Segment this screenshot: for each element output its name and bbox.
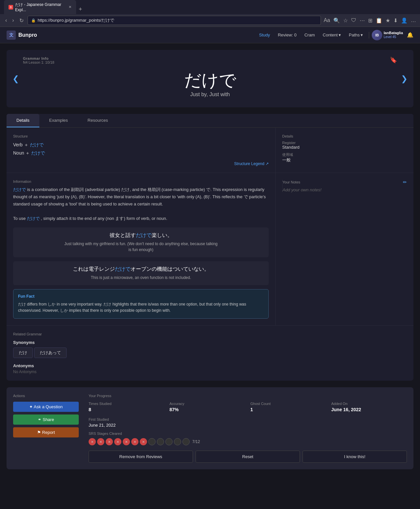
info-text-3: , simply attach it to the end of any (no… (41, 216, 167, 221)
srs-stage-10 (165, 438, 173, 445)
paths-dropdown[interactable]: Paths ▾ (346, 31, 366, 39)
review-link[interactable]: Review: 0 (275, 31, 300, 39)
structure-legend-link[interactable]: Structure Legend ↗ (13, 161, 269, 166)
active-tab[interactable]: B だけ - Japanese Grammar Expl... ✕ (4, 0, 76, 14)
tabs-bar: Details Examples Resources (7, 114, 413, 128)
content-dropdown[interactable]: Content ▾ (320, 31, 345, 39)
info-highlight-1[interactable]: だけで (13, 187, 26, 192)
progress-action-buttons: Remove from Reviews Reset I know this! (89, 451, 407, 463)
favorites-icon[interactable]: ★ (386, 17, 390, 24)
page-content: ❮ Grammar Info N4 Lesson 1: 10/18 🔖 だけで … (0, 43, 420, 509)
prev-grammar-button[interactable]: ❮ (10, 72, 22, 86)
edit-notes-icon[interactable]: ✏ (403, 180, 407, 185)
structure-link-1[interactable]: だけで (30, 142, 44, 147)
paths-chevron-icon: ▾ (361, 32, 363, 37)
srs-stage-12 (182, 438, 190, 445)
related-grammar-title: Related Grammar (13, 332, 407, 336)
content-chevron-icon: ▾ (339, 32, 341, 37)
example-box-2: これは電子レンジだけでオーブンの機能はついていない。 This is just … (13, 261, 269, 285)
details-section: Register Standard 使用域 一般 (282, 141, 407, 163)
notes-label: Your Notes (283, 180, 300, 184)
ask-question-button[interactable]: ✦ Ask a Question (13, 402, 79, 412)
tab-resources[interactable]: Resources (78, 114, 118, 127)
example-highlight-2: だけで (115, 266, 131, 272)
new-tab-button[interactable]: + (76, 5, 85, 13)
structure-link-2[interactable]: だけで (31, 150, 45, 156)
download-icon[interactable]: ⬇ (393, 17, 398, 24)
example-jp-1: 彼女と話すだけで楽しい。 (18, 232, 264, 239)
structure-line-2: Noun ＋ だけで (13, 149, 269, 157)
app-navbar: 文 Bunpro Study Review: 0 Cram Content ▾ … (0, 27, 420, 43)
remove-from-reviews-button[interactable]: Remove from Reviews (89, 451, 193, 463)
profile-icon[interactable]: 👤 (401, 17, 408, 24)
next-grammar-button[interactable]: ❯ (398, 72, 410, 86)
srs-stage-11 (174, 438, 181, 445)
information-text: だけで is a combination of the 副助詞 (adverbi… (13, 186, 269, 222)
username: IanBataglia (384, 31, 403, 35)
register-label: Register (282, 141, 407, 145)
collection-icon[interactable]: 📋 (376, 17, 382, 24)
user-avatar[interactable]: IB (372, 30, 382, 40)
info-text-2: To use (13, 216, 27, 221)
notes-header: Your Notes ✏ (283, 180, 407, 185)
synonym-chip-2[interactable]: だけあって (34, 348, 67, 358)
structure-col: Structure Verb ＋ だけで Noun ＋ だけで Structur… (7, 128, 276, 172)
menu-icon[interactable]: ⋯ (360, 17, 365, 24)
shield-icon[interactable]: 🛡 (351, 17, 356, 23)
tab-examples[interactable]: Examples (39, 114, 78, 127)
tab-favicon: B (9, 5, 13, 10)
star-icon[interactable]: ☆ (343, 17, 348, 24)
bell-icon[interactable]: 🔔 (407, 32, 413, 38)
cram-link[interactable]: Cram (301, 31, 318, 39)
url-box[interactable]: 🔒 https://bunpro.jp/grammar_points/だけで (28, 16, 321, 25)
tab-bar: B だけ - Japanese Grammar Expl... ✕ + (0, 0, 420, 14)
study-link[interactable]: Study (256, 31, 273, 39)
no-antonyms: No Antonyms (13, 370, 407, 374)
information-notes-row: Information だけで is a combination of the … (7, 173, 413, 326)
close-tab-icon[interactable]: ✕ (69, 5, 72, 9)
more-icon[interactable]: … (411, 17, 416, 23)
forward-button[interactable]: › (11, 17, 15, 24)
times-studied-stat: Times Studied 8 (89, 402, 164, 412)
synonym-chip-1[interactable]: だけ (13, 348, 33, 358)
srs-stage-6: ✕ (131, 438, 138, 445)
i-know-this-button[interactable]: I know this! (303, 451, 407, 463)
report-button[interactable]: ⚑ Report (13, 427, 79, 437)
refresh-button[interactable]: ↻ (18, 17, 25, 24)
info-text-1: is a combination of the 副助詞 (adverbial p… (13, 187, 266, 206)
example-box-1: 彼女と話すだけで楽しい。 Just talking with my girlfr… (13, 227, 269, 257)
actions-title: Actions (13, 394, 79, 398)
your-notes-col: Your Notes ✏ Add your own notes! (276, 173, 413, 326)
example-jp-2: これは電子レンジだけでオーブンの機能はついていない。 (18, 266, 264, 273)
share-button[interactable]: ⚭ Share (13, 414, 79, 425)
bookmark-icon[interactable]: 🔖 (390, 56, 397, 64)
url-text: https://bunpro.jp/grammar_points/だけで (38, 17, 114, 23)
grammar-title-area: だけで Just by, Just with (23, 64, 397, 101)
srs-stage-7: ✕ (140, 438, 147, 445)
reader-icon[interactable]: Aa (324, 17, 330, 23)
srs-stage-1: ✕ (89, 438, 96, 445)
grammar-header-card: ❮ Grammar Info N4 Lesson 1: 10/18 🔖 だけで … (7, 50, 413, 107)
srs-stage-9 (157, 438, 164, 445)
structure-line-1: Verb ＋ だけで (13, 141, 269, 149)
info-highlight-2[interactable]: だけで (27, 216, 40, 221)
grammar-meaning: Just by, Just with (23, 92, 397, 97)
srs-stage-4: ✕ (114, 438, 121, 445)
example-en-2: This is just a microwave, an oven functi… (18, 275, 264, 281)
tab-details[interactable]: Details (7, 114, 39, 127)
back-button[interactable]: ‹ (4, 17, 8, 24)
zoom-icon[interactable]: 🔍 (333, 17, 340, 24)
details-col: Details Register Standard 使用域 一般 (276, 128, 413, 172)
lock-icon: 🔒 (31, 18, 36, 23)
reset-button[interactable]: Reset (196, 451, 300, 463)
app-logo: 文 Bunpro (7, 31, 37, 40)
nav-links: Study Review: 0 Cram Content ▾ Paths ▾ I… (256, 30, 413, 40)
grammar-info-label: Grammar Info (23, 56, 54, 60)
srs-stages: ✕ ✕ ✕ ✕ ✕ ✕ ✕ 7/12 (89, 438, 407, 445)
added-on-stat: Added On June 16, 2022 (331, 402, 407, 412)
main-content-area: Details Examples Resources Structure Ver… (7, 114, 413, 381)
accuracy-stat: Accuracy 87% (170, 402, 245, 412)
srs-count: 7/12 (192, 439, 200, 444)
grid-icon[interactable]: ⊞ (368, 17, 372, 24)
structure-details-row: Structure Verb ＋ だけで Noun ＋ だけで Structur… (7, 128, 413, 173)
